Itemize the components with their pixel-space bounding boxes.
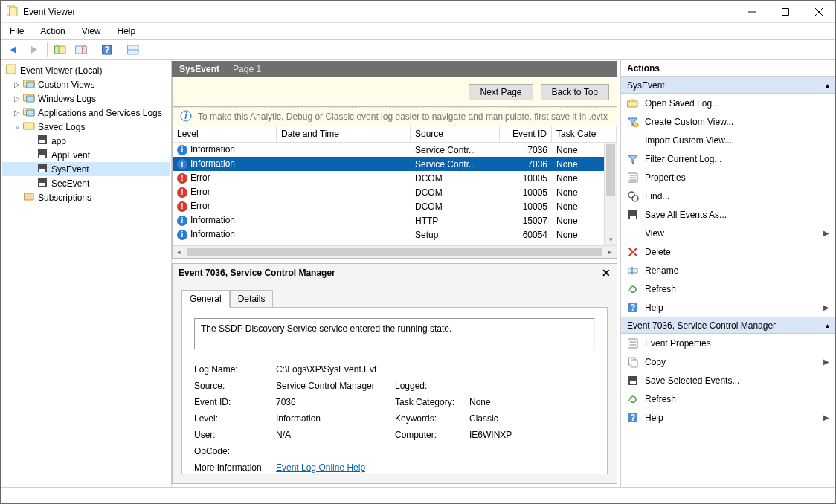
tree-saved-appevent[interactable]: AppEvent: [2, 148, 170, 162]
keywords-value: Classic: [469, 413, 595, 424]
chevron-right-icon: ▶: [823, 358, 829, 366]
expand-icon[interactable]: ▷: [13, 109, 22, 117]
preview-pane-button[interactable]: [125, 42, 141, 58]
action-help[interactable]: ?Help▶: [621, 298, 835, 317]
maximize-button[interactable]: [768, 1, 802, 22]
tree-saved-logs[interactable]: ▿ Saved Logs: [2, 120, 170, 134]
menu-action[interactable]: Action: [37, 25, 68, 38]
table-row[interactable]: !ErrorDCOM10005None: [173, 199, 617, 213]
action-event-properties[interactable]: Event Properties: [621, 334, 835, 352]
back-to-top-button[interactable]: Back to Top: [541, 84, 609, 100]
svg-rect-1: [10, 7, 17, 16]
action-filter-log[interactable]: Filter Current Log...: [621, 149, 835, 168]
tab-details[interactable]: Details: [230, 290, 274, 308]
user-value: N/A: [276, 430, 395, 440]
action-copy[interactable]: Copy▶: [621, 352, 835, 371]
collapse-icon[interactable]: ▿: [13, 123, 22, 131]
detail-title: Event 7036, Service Control Manager: [179, 268, 335, 278]
action-find[interactable]: Find...: [621, 187, 835, 205]
action-rename[interactable]: Rename: [621, 261, 835, 280]
help-toolbar-button[interactable]: ?: [99, 42, 115, 58]
tree-saved-sysevent[interactable]: SysEvent: [2, 162, 170, 176]
scroll-left-icon[interactable]: ◂: [173, 248, 185, 256]
tree-saved-secevent[interactable]: SecEvent: [2, 176, 170, 190]
table-row[interactable]: !ErrorDCOM10005None: [173, 171, 617, 185]
action-help-2[interactable]: ?Help▶: [621, 408, 835, 427]
svg-rect-6: [83, 46, 86, 54]
action-properties[interactable]: Properties: [621, 168, 835, 187]
toolbar: ?: [1, 39, 835, 60]
show-hide-tree-button[interactable]: [52, 42, 68, 58]
logname-label: Log Name:: [194, 364, 276, 375]
event-description: The SSDP Discovery Service service enter…: [194, 318, 595, 349]
refresh-icon: [627, 393, 639, 405]
tree-custom-views[interactable]: ▷ Custom Views: [2, 77, 170, 91]
info-icon: i: [180, 110, 192, 124]
tree-saved-app[interactable]: app: [2, 134, 170, 148]
event-properties-grid: Log Name: C:\Logs\XP\SysEvent.Evt Source…: [194, 364, 595, 473]
find-icon: [627, 190, 639, 202]
forward-button[interactable]: [26, 42, 42, 58]
svg-rect-48: [631, 360, 637, 367]
close-button[interactable]: [802, 1, 835, 22]
table-row[interactable]: iInformationSetup60054None: [173, 227, 617, 242]
tree-apps-services-logs[interactable]: ▷ Applications and Services Logs: [2, 106, 170, 120]
actions-pane: Actions SysEvent ▴ Open Saved Log... Cre…: [620, 60, 835, 487]
folder-icon: [23, 91, 35, 106]
moreinfo-link[interactable]: Event Log Online Help: [276, 462, 365, 473]
tree-root[interactable]: Event Viewer (Local): [2, 63, 170, 77]
expand-icon[interactable]: ▷: [13, 80, 22, 88]
tree-windows-logs[interactable]: ▷ Windows Logs: [2, 91, 170, 106]
scroll-down-icon[interactable]: ▾: [605, 233, 617, 245]
info-strip: i To make this Analytic, Debug or Classi…: [172, 107, 617, 126]
col-header-level[interactable]: Level: [173, 126, 277, 142]
menu-file[interactable]: File: [7, 25, 27, 38]
opcode-value: [276, 446, 595, 456]
blank-icon: [627, 135, 639, 146]
back-button[interactable]: [5, 42, 22, 58]
show-hide-action-button[interactable]: [73, 42, 89, 58]
menu-help[interactable]: Help: [115, 25, 139, 38]
expand-icon[interactable]: ▷: [13, 94, 22, 103]
action-refresh[interactable]: Refresh: [621, 280, 835, 298]
computer-label: Computer:: [395, 430, 469, 440]
next-page-button[interactable]: Next Page: [469, 84, 533, 100]
scroll-right-icon[interactable]: ▸: [604, 248, 617, 256]
detail-close-button[interactable]: ✕: [602, 267, 611, 279]
filter-icon: [627, 153, 639, 165]
keywords-label: Keywords:: [395, 413, 469, 424]
svg-rect-30: [628, 101, 637, 107]
col-header-datetime[interactable]: Date and Time: [277, 126, 411, 142]
table-row[interactable]: iInformationHTTP15007None: [173, 213, 617, 227]
action-refresh-2[interactable]: Refresh: [621, 390, 835, 408]
vertical-scrollbar[interactable]: ▾: [604, 143, 617, 245]
tree-subscriptions[interactable]: Subscriptions: [2, 190, 170, 204]
action-create-custom-view[interactable]: Create Custom View...: [621, 112, 835, 131]
table-row[interactable]: iInformationService Contr...7036None: [173, 157, 617, 171]
action-open-saved-log[interactable]: Open Saved Log...: [621, 94, 835, 112]
tree-root-label: Event Viewer (Local): [20, 65, 103, 76]
actions-section-sysevent[interactable]: SysEvent ▴: [621, 77, 835, 94]
tab-general[interactable]: General: [181, 290, 230, 308]
folder-icon: [23, 106, 35, 120]
action-save-all[interactable]: Save All Events As...: [621, 205, 835, 224]
taskcat-label: Task Category:: [395, 397, 469, 407]
minimize-button[interactable]: [735, 1, 768, 22]
svg-rect-2: [782, 8, 788, 15]
content-header: SysEvent Page 1: [172, 61, 617, 77]
action-save-selected[interactable]: Save Selected Events...: [621, 371, 835, 390]
horizontal-scrollbar[interactable]: ◂ ▸: [173, 245, 617, 258]
action-delete[interactable]: Delete: [621, 242, 835, 261]
svg-point-37: [632, 196, 638, 201]
action-import-custom-view[interactable]: Import Custom View...: [621, 131, 835, 149]
col-header-source[interactable]: Source: [411, 126, 500, 142]
moreinfo-label: More Information:: [194, 462, 276, 473]
col-header-eventid[interactable]: Event ID: [500, 126, 552, 142]
col-header-taskcat[interactable]: Task Cate: [552, 126, 617, 142]
menu-view[interactable]: View: [79, 25, 104, 38]
svg-rect-4: [55, 46, 59, 54]
action-view[interactable]: View▶: [621, 224, 835, 242]
actions-section-event[interactable]: Event 7036, Service Control Manager ▴: [621, 317, 835, 334]
table-row[interactable]: !ErrorDCOM10005None: [173, 185, 617, 199]
table-row[interactable]: iInformationService Contr...7036None: [173, 143, 617, 157]
